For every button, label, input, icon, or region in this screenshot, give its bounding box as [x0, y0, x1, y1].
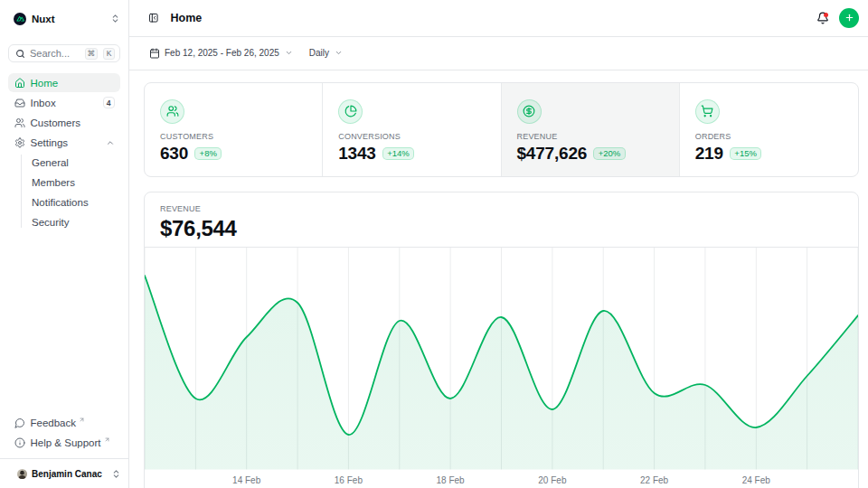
sidebar-item-label: Inbox — [31, 98, 56, 108]
stat-conversions[interactable]: CONVERSIONS 1343 +14% — [323, 83, 501, 176]
sidebar-item-label: General — [32, 157, 69, 168]
page-header: Home — [129, 0, 868, 37]
workspace-switcher[interactable]: Nuxt — [0, 0, 128, 28]
users-icon — [160, 99, 184, 124]
feedback-link[interactable]: Feedback — [8, 413, 120, 432]
search-placeholder: Search... — [30, 48, 80, 59]
feedback-label: Feedback — [31, 418, 77, 428]
user-name: Benjamin Canac — [32, 469, 102, 479]
chart-title: REVENUE — [160, 204, 843, 213]
sidebar-item-security[interactable]: Security — [32, 212, 120, 231]
sidebar: Nuxt Search... ⌘ K Home Inbox 4 — [0, 0, 129, 488]
notification-dot — [824, 13, 828, 17]
notifications-button[interactable] — [812, 7, 834, 29]
revenue-chart-card: REVENUE $76,544 14 Feb16 Feb18 Feb20 Feb… — [144, 192, 859, 488]
pie-chart-icon — [338, 99, 363, 124]
home-icon — [14, 78, 25, 89]
date-range-picker[interactable]: Feb 12, 2025 - Feb 26, 2025 — [149, 48, 293, 59]
stat-orders[interactable]: ORDERS 219 +15% — [680, 83, 858, 176]
sidebar-item-label: Members — [32, 177, 75, 188]
x-axis-label: 18 Feb — [423, 475, 477, 485]
collapse-sidebar-button[interactable] — [144, 8, 164, 28]
help-support-link[interactable]: Help & Support — [8, 433, 120, 452]
page-title: Home — [171, 12, 203, 24]
inbox-count-badge: 4 — [103, 97, 115, 108]
sidebar-item-label: Security — [32, 217, 70, 228]
cart-icon — [695, 99, 720, 124]
date-range-label: Feb 12, 2025 - Feb 26, 2025 — [165, 48, 279, 58]
sidebar-nav: Home Inbox 4 Customers Settings — [8, 73, 120, 232]
sidebar-item-label: Notifications — [32, 197, 89, 208]
sidebar-item-home[interactable]: Home — [8, 73, 120, 92]
chart-header: REVENUE $76,544 — [145, 192, 858, 241]
stat-label: REVENUE — [517, 132, 664, 141]
interval-select[interactable]: Daily — [309, 48, 343, 58]
info-icon — [14, 437, 25, 448]
revenue-area-chart[interactable] — [145, 248, 858, 470]
panel-left-close-icon — [148, 13, 159, 23]
settings-icon — [14, 137, 25, 148]
sidebar-footer: Feedback Help & Support — [8, 412, 120, 452]
users-icon — [14, 117, 25, 128]
filters-toolbar: Feb 12, 2025 - Feb 26, 2025 Daily — [129, 37, 868, 70]
stat-delta-badge: +20% — [593, 147, 626, 160]
stat-value: $477,626 — [517, 144, 588, 164]
stats-row: CUSTOMERS 630 +8% CONVERSIONS 1343 +14% … — [144, 82, 859, 177]
chevron-up-icon — [106, 138, 115, 147]
x-axis-label: 16 Feb — [321, 475, 375, 485]
kbd-k: K — [103, 48, 115, 60]
stat-label: ORDERS — [695, 132, 843, 141]
stat-label: CUSTOMERS — [160, 132, 307, 141]
sidebar-item-label: Customers — [31, 117, 81, 128]
sidebar-item-settings[interactable]: Settings — [8, 133, 120, 152]
stat-customers[interactable]: CUSTOMERS 630 +8% — [145, 83, 323, 176]
help-support-label: Help & Support — [31, 437, 101, 448]
dollar-circle-icon — [517, 99, 542, 124]
arrow-up-right-icon — [104, 436, 110, 443]
sidebar-item-inbox[interactable]: Inbox 4 — [8, 93, 120, 112]
sidebar-item-general[interactable]: General — [32, 153, 120, 172]
chart-current-value: $76,544 — [160, 216, 843, 241]
stat-delta-badge: +15% — [730, 147, 762, 160]
avatar — [17, 469, 27, 479]
stat-revenue[interactable]: REVENUE $477,626 +20% — [502, 83, 680, 176]
sidebar-item-members[interactable]: Members — [32, 173, 120, 192]
stat-value: 219 — [695, 144, 723, 164]
x-axis-label: 14 Feb — [220, 475, 274, 485]
add-button[interactable] — [839, 8, 859, 28]
interval-label: Daily — [309, 48, 329, 58]
stat-delta-badge: +14% — [382, 147, 415, 160]
arrow-up-right-icon — [79, 417, 85, 423]
x-axis-label: 22 Feb — [627, 475, 682, 485]
search-icon — [15, 49, 25, 59]
x-axis-label: 24 Feb — [729, 475, 783, 485]
search-input[interactable]: Search... ⌘ K — [8, 44, 120, 62]
plus-icon — [844, 13, 854, 23]
chevrons-up-down-icon — [111, 469, 121, 479]
chevron-down-icon — [335, 49, 343, 57]
x-axis-label: 20 Feb — [525, 475, 580, 485]
workspace-name: Nuxt — [32, 14, 55, 24]
message-circle-icon — [14, 418, 25, 428]
settings-subnav: General Members Notifications Security — [8, 153, 120, 231]
stat-label: CONVERSIONS — [338, 132, 485, 141]
user-menu[interactable]: Benjamin Canac — [0, 458, 128, 488]
calendar-icon — [149, 48, 160, 59]
nuxt-logo-icon — [14, 13, 26, 25]
chevrons-up-down-icon — [110, 14, 120, 23]
stat-value: 1343 — [338, 144, 375, 164]
stat-delta-badge: +8% — [194, 147, 222, 160]
sidebar-item-notifications[interactable]: Notifications — [32, 192, 120, 211]
sidebar-item-customers[interactable]: Customers — [8, 113, 120, 132]
inbox-icon — [14, 98, 25, 108]
stat-value: 630 — [160, 144, 188, 164]
chevron-down-icon — [285, 49, 293, 57]
sidebar-item-label: Settings — [31, 137, 69, 148]
main-area: Home Feb 12, 2025 - Feb 26, 2025 Dail — [129, 0, 868, 488]
kbd-cmd: ⌘ — [85, 48, 99, 60]
sidebar-item-label: Home — [31, 78, 59, 89]
